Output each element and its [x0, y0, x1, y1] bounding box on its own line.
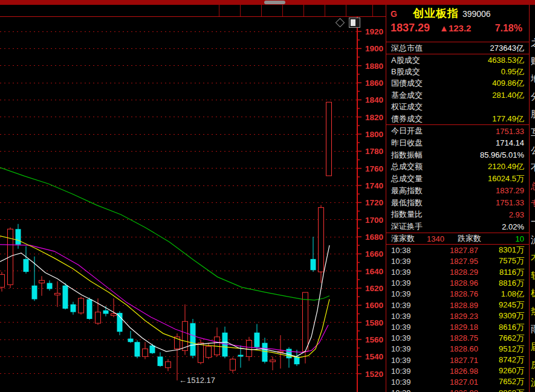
quote-header: G 创业板指 399006 1837.29 ▲123.2 7.18%: [386, 5, 529, 42]
price-change-percent: 7.18%: [495, 23, 522, 34]
candle-body-down: [255, 333, 260, 347]
trade-price: 1829.23: [423, 312, 478, 321]
trade-row: 10:39 1828.96 8816万: [386, 278, 529, 289]
candle-body-down: [135, 342, 140, 356]
split-window-icon[interactable]: [349, 18, 360, 28]
candle-body-down: [117, 313, 123, 332]
candle-body-down: [238, 355, 244, 357]
trade-volume: 8616万: [478, 322, 524, 333]
row-value: 281.40亿: [492, 90, 524, 101]
candle-body-up: [206, 346, 212, 357]
trade-price: 1827.71: [423, 356, 478, 365]
quote-row: 指数振幅 85.96/5.01%: [386, 149, 529, 161]
clipped-char: 一: [531, 213, 535, 231]
candle-body-down: [222, 333, 228, 357]
trade-volume: 1.08亿: [478, 289, 524, 300]
row-label: 债券成交: [391, 114, 423, 124]
axis-tick-label: 1840: [365, 95, 383, 104]
clipped-char: 公: [531, 141, 535, 159]
last-price: 1837.29: [391, 22, 430, 34]
row-label: 总成交量: [391, 173, 423, 184]
candle-body-down: [262, 343, 268, 362]
trade-row: 10:39 1827.01 7652万: [386, 376, 529, 387]
row-label: 深证换手: [391, 221, 423, 232]
row-label: 总成交额: [391, 161, 423, 172]
quote-row: 深证换手 2.02%: [386, 220, 529, 233]
quote-row: 权证成交: [386, 101, 529, 113]
trade-row: 10:39 1826.98 9260万: [386, 365, 529, 376]
row-value: 85.96/5.01%: [480, 150, 524, 159]
trade-time: 10:39: [391, 344, 423, 353]
trade-time: 10:39: [391, 323, 423, 332]
trade-price: 1829.18: [423, 323, 478, 332]
row-value: 1751.33: [496, 127, 524, 136]
decliners-label: 跌家数: [458, 233, 481, 244]
advancers-count: 1340: [427, 234, 444, 243]
candle-body-down: [87, 299, 92, 319]
trade-time: 10:39: [391, 356, 423, 365]
quote-row: 最高指数 1837.29: [386, 185, 529, 197]
low-price-annotation: ←1512.17: [179, 376, 215, 385]
row-value: 1714.14: [496, 138, 524, 147]
axis-tick-label: 1520: [365, 370, 383, 379]
trade-price: 1826.98: [423, 388, 478, 392]
trade-row: 10:39 1828.89 9245万: [386, 300, 529, 310]
clipped-char: 互: [531, 123, 535, 141]
candle-body-down: [287, 349, 292, 359]
row-label: 最低指数: [391, 198, 423, 208]
trade-volume: 8742万: [478, 355, 524, 365]
candle-body-up: [326, 102, 332, 176]
row-value: 2120.49亿: [488, 161, 524, 172]
row-label: A股成交: [391, 55, 420, 66]
trade-volume: 8116万: [478, 267, 524, 278]
trade-time: 10:39: [391, 257, 423, 266]
trade-row: 10:39 1827.95 7575万: [386, 255, 529, 266]
quote-row: 国债成交 409.86亿: [386, 78, 529, 89]
candle-body-up: [39, 280, 45, 283]
axis-tick-label: 1540: [365, 352, 383, 361]
trade-price: 1827.87: [423, 246, 478, 255]
trade-volume: 9260万: [478, 365, 524, 376]
trade-price: 1827.95: [423, 257, 478, 266]
tick-trade-list[interactable]: 10:38 1827.87 8301万 10:39 1827.95 7575万 …: [386, 245, 529, 392]
axis-tick-label: 1800: [365, 130, 383, 139]
row-value: 2.93: [509, 210, 524, 219]
trade-volume: 8816万: [478, 278, 524, 289]
row-value: 409.86亿: [492, 78, 524, 89]
quote-row: 债券成交 177.49亿: [386, 113, 529, 124]
trade-row: 10:39 1826.98 8868万: [386, 388, 529, 392]
quote-row: 总成交量 16024.5万: [386, 173, 529, 185]
ma-magenta: [0, 245, 328, 353]
trade-price: 1828.60: [423, 344, 478, 353]
axis-tick-label: 1860: [365, 79, 383, 88]
trade-time: 10:39: [391, 367, 423, 376]
trade-volume: 9309万: [478, 310, 524, 321]
decliners-count: 10: [516, 234, 524, 243]
trade-volume: 9512万: [478, 344, 524, 355]
trade-row: 10:39 1828.76 1.08亿: [386, 289, 529, 300]
clipped-char: 分: [531, 88, 535, 106]
row-label: 昨日收盘: [391, 138, 423, 149]
ma-white: [0, 245, 329, 356]
ma-green: [0, 167, 329, 300]
market-breadth-row: 涨家数 1340 跌家数 10: [386, 233, 529, 244]
candle-body-up: [319, 208, 324, 272]
clipped-neighbor-column: 之财地分股互公不总专一泸木轨机热雨届房泸: [531, 34, 535, 392]
clipped-char: 木: [531, 248, 535, 266]
trade-volume: 7652万: [478, 376, 524, 387]
candle-body-up: [143, 349, 148, 357]
trade-time: 10:39: [391, 268, 423, 277]
trade-row: 10:39 1829.18 8616万: [386, 321, 529, 332]
clipped-char: 机: [531, 284, 535, 302]
axis-tick-label: 1720: [365, 198, 383, 207]
trade-price: 1826.98: [423, 367, 478, 376]
price-change: ▲123.2: [439, 23, 471, 33]
axis-tick-label: 1880: [365, 62, 383, 71]
candle-body-up: [247, 340, 252, 356]
clipped-char: 热: [531, 302, 535, 320]
candle-body-up: [198, 343, 204, 363]
clipped-char: 泸: [531, 373, 535, 391]
clipped-char: 房: [531, 356, 535, 374]
quote-row: 基金成交 281.40亿: [386, 89, 529, 101]
clipped-char: 总: [531, 177, 535, 195]
